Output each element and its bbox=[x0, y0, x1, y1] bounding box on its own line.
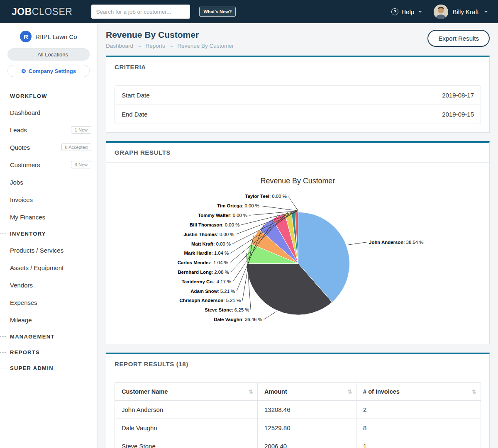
sidebar-section-label: WORKFLOW bbox=[10, 93, 47, 99]
column-label: Amount bbox=[264, 388, 287, 395]
graph-heading: GRAPH RESULTS bbox=[106, 143, 489, 163]
criteria-label: Start Date bbox=[122, 92, 150, 99]
column-label: Customer Name bbox=[122, 388, 168, 395]
sidebar-item-products-services[interactable]: Products / Services bbox=[0, 241, 97, 259]
company-name: RIIPL Lawn Co bbox=[35, 33, 77, 40]
criteria-card: CRITERIA Start Date 2019-08-17 End Date … bbox=[106, 56, 490, 133]
sidebar-section-super-admin[interactable]: SUPER ADMIN bbox=[0, 360, 97, 376]
pie-connector-line bbox=[261, 206, 298, 211]
whats-new-button[interactable]: What's New? bbox=[199, 7, 236, 17]
table-cell: 12529.80 bbox=[257, 419, 356, 437]
sidebar-item-vendors[interactable]: Vendors bbox=[0, 276, 97, 294]
avatar[interactable] bbox=[434, 5, 448, 19]
breadcrumb-dashboard[interactable]: Dashboard bbox=[106, 43, 133, 49]
user-menu[interactable]: Billy Kraft ⌄ bbox=[434, 5, 489, 19]
report-table: Customer Name⇅Amount⇅# of Invoices⇅ John… bbox=[115, 382, 481, 448]
table-cell: John Anderson bbox=[115, 400, 258, 419]
search-input[interactable] bbox=[91, 5, 190, 19]
app-logo[interactable]: JOBCLOSER bbox=[12, 6, 72, 17]
sidebar-item-label: Invoices bbox=[10, 196, 33, 203]
pie-label-adam-snow: Adam Snow: 5.21 % bbox=[190, 289, 235, 294]
sidebar-item-label: Customers bbox=[10, 161, 40, 168]
criteria-heading: CRITERIA bbox=[106, 57, 489, 77]
sidebar-item-mileage[interactable]: Mileage bbox=[0, 311, 97, 329]
help-label: Help bbox=[401, 8, 414, 15]
sidebar-item-label: Jobs bbox=[10, 179, 23, 186]
pie-label-carlos-mendez: Carlos Mendez: 1.04 % bbox=[178, 260, 228, 265]
sidebar-item-label: Assets / Equipment bbox=[10, 264, 63, 271]
pie-label-dale-vaughn: Dale Vaughn: 36.46 % bbox=[214, 317, 262, 322]
table-cell: 1 bbox=[356, 437, 481, 448]
sidebar-item-jobs[interactable]: Jobs bbox=[0, 173, 97, 191]
pie-label-taxidermy-co: Taxidermy Co.: 4.17 % bbox=[182, 279, 231, 284]
help-menu[interactable]: ? Help ⌄ bbox=[391, 8, 423, 15]
sidebar-item-my-finances[interactable]: My Finances bbox=[0, 208, 97, 226]
logo-text-light: CLOSER bbox=[32, 6, 73, 17]
pie-label-john-anderson: John Anderson: 38.54 % bbox=[369, 240, 423, 245]
table-cell: 2 bbox=[356, 400, 481, 419]
criteria-row-start-date: Start Date 2019-08-17 bbox=[115, 86, 481, 105]
breadcrumb: Dashboard → Reports → Revenue By Custome… bbox=[106, 43, 234, 49]
sidebar-item-label: Vendors bbox=[10, 282, 33, 289]
table-row: Steve Stone2006.401 bbox=[115, 437, 481, 448]
criteria-box: Start Date 2019-08-17 End Date 2019-09-1… bbox=[115, 85, 481, 124]
locations-label: All Locations bbox=[37, 51, 68, 58]
graph-card: GRAPH RESULTS Revenue By CustomerTaylor … bbox=[106, 141, 490, 344]
pie-label-matt-kraft: Matt Kraft: 0.00 % bbox=[191, 241, 231, 246]
column-header-amount[interactable]: Amount⇅ bbox=[257, 382, 356, 400]
sidebar-section-workflow[interactable]: WORKFLOW bbox=[0, 88, 97, 104]
column-header-customer-name[interactable]: Customer Name⇅ bbox=[115, 382, 258, 400]
export-results-button[interactable]: Export Results bbox=[427, 30, 490, 47]
sidebar-item-quotes[interactable]: Quotes8 Accepted bbox=[0, 139, 97, 156]
sidebar-section-reports[interactable]: REPORTS bbox=[0, 344, 97, 360]
sidebar-item-invoices[interactable]: Invoices bbox=[0, 191, 97, 208]
column-label: # of Invoices bbox=[363, 388, 400, 395]
sidebar-section-inventory[interactable]: INVENTORY bbox=[0, 226, 97, 241]
sidebar-section-label: MANAGEMENT bbox=[10, 334, 55, 340]
sidebar-item-label: Products / Services bbox=[10, 247, 63, 254]
column-header-of-invoices[interactable]: # of Invoices⇅ bbox=[356, 382, 481, 400]
table-cell: 13208.46 bbox=[257, 400, 356, 419]
avatar-image bbox=[434, 5, 448, 19]
sidebar-section-label: INVENTORY bbox=[10, 231, 46, 237]
sidebar-item-leads[interactable]: Leads1 New bbox=[0, 121, 97, 139]
company-header[interactable]: R RIIPL Lawn Co bbox=[0, 31, 97, 42]
sort-icon[interactable]: ⇅ bbox=[472, 388, 476, 394]
breadcrumb-arrow-icon: → bbox=[168, 43, 174, 49]
sidebar-item-label: Dashboard bbox=[10, 109, 40, 116]
sidebar-item-label: Leads bbox=[10, 127, 27, 134]
pie-label-chrisoph-anderson: Chrisoph Anderson: 5.21 % bbox=[179, 298, 241, 303]
company-logo: R bbox=[20, 31, 32, 42]
help-icon: ? bbox=[391, 8, 398, 15]
breadcrumb-reports[interactable]: Reports bbox=[146, 43, 165, 49]
sidebar-item-dashboard[interactable]: Dashboard bbox=[0, 104, 97, 121]
sort-icon[interactable]: ⇅ bbox=[249, 388, 253, 394]
criteria-value: 2019-08-17 bbox=[442, 92, 474, 99]
criteria-label: End Date bbox=[122, 111, 148, 118]
pie-connector-line bbox=[347, 242, 367, 245]
criteria-row-end-date: End Date 2019-09-15 bbox=[115, 105, 481, 124]
sidebar-item-label: Mileage bbox=[10, 317, 32, 324]
settings-label: Company Settings bbox=[29, 68, 76, 74]
table-cell: 2006.40 bbox=[257, 437, 356, 448]
table-cell: Dale Vaughn bbox=[115, 419, 258, 437]
sidebar-item-assets-equipment[interactable]: Assets / Equipment bbox=[0, 259, 97, 276]
chart-title: Revenue By Customer bbox=[261, 177, 335, 185]
sidebar-item-expenses[interactable]: Expenses bbox=[0, 294, 97, 311]
pie-label-justin-thomas: Justin Thomas: 0.00 % bbox=[183, 232, 234, 237]
report-results-card: REPORT RESULTS (18) Customer Name⇅Amount… bbox=[106, 353, 490, 448]
sidebar-item-badge: 1 New bbox=[71, 126, 91, 134]
table-row: John Anderson13208.462 bbox=[115, 400, 481, 419]
page-title: Revenue By Customer bbox=[106, 30, 234, 40]
pie-chart-svg: Revenue By CustomerTaylor Teel: 0.00 %Ti… bbox=[115, 171, 481, 336]
sidebar-section-management[interactable]: MANAGEMENT bbox=[0, 329, 97, 344]
pie-label-bill-thomason: Bill Thomason: 0.00 % bbox=[190, 222, 239, 227]
pie-connector-line bbox=[264, 312, 276, 319]
sort-icon[interactable]: ⇅ bbox=[347, 388, 352, 394]
locations-selector[interactable]: ⌄ All Locations bbox=[7, 48, 90, 61]
sidebar-item-customers[interactable]: Customers3 New bbox=[0, 156, 97, 173]
sidebar-nav: WORKFLOWDashboardLeads1 NewQuotes8 Accep… bbox=[0, 88, 97, 376]
table-cell: Steve Stone bbox=[115, 437, 258, 448]
pie-label-taylor-teel: Taylor Teel: 0.00 % bbox=[245, 194, 287, 199]
company-settings-button[interactable]: ⚙ Company Settings bbox=[7, 65, 90, 77]
